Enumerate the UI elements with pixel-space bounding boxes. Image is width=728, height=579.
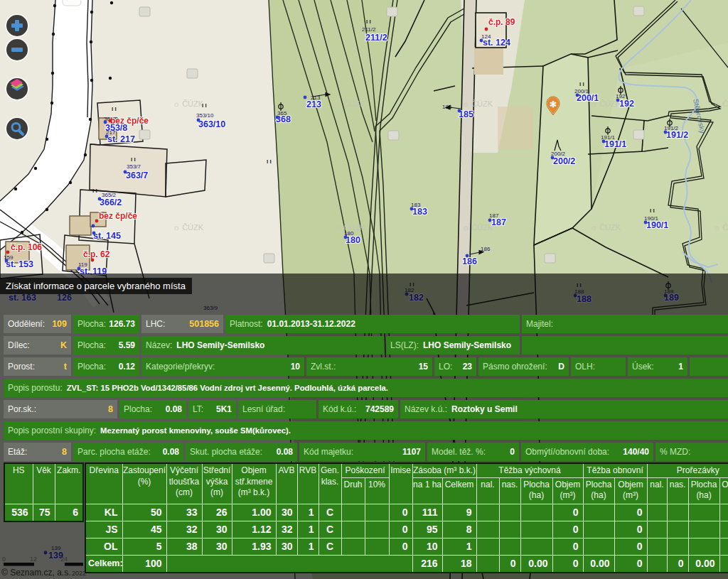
svg-text:187: 187 xyxy=(489,212,499,219)
svg-text:☼ ČÚZK: ☼ ČÚZK xyxy=(334,99,365,108)
svg-text:st. 153: st. 153 xyxy=(6,259,33,269)
svg-text:187: 187 xyxy=(491,217,506,227)
svg-text:☼ ČÚZK: ☼ ČÚZK xyxy=(590,223,621,232)
svg-text:l l: l l xyxy=(267,158,272,165)
svg-text:213: 213 xyxy=(306,99,321,109)
svg-text:217: 217 xyxy=(106,129,116,136)
svg-text:200/2: 200/2 xyxy=(553,156,575,166)
svg-text:353/7: 353/7 xyxy=(127,163,141,170)
svg-text:č.p. 89: č.p. 89 xyxy=(488,17,515,27)
svg-text:☼ ČÚZK: ☼ ČÚZK xyxy=(462,223,493,232)
svg-text:☼ ČÚ: ☼ ČÚ xyxy=(713,223,728,232)
svg-text:bez čp/če: bez čp/če xyxy=(99,211,137,221)
svg-text:st. 145: st. 145 xyxy=(93,231,121,241)
svg-text:186: 186 xyxy=(462,256,477,266)
svg-text:119: 119 xyxy=(78,261,87,268)
svg-text:353/10: 353/10 xyxy=(196,112,214,119)
svg-text:183: 183 xyxy=(411,202,421,208)
svg-text:l l: l l xyxy=(579,81,584,87)
svg-text:366/2: 366/2 xyxy=(100,197,122,207)
svg-text:365/2: 365/2 xyxy=(102,192,117,198)
svg-text:☼ ČÚZK: ☼ ČÚZK xyxy=(173,99,204,108)
svg-text:l l: l l xyxy=(112,106,117,112)
svg-text:191/2: 191/2 xyxy=(664,125,679,131)
svg-text:200/2: 200/2 xyxy=(551,151,566,157)
svg-text:☼ ČÚZK: ☼ ČÚZK xyxy=(173,223,204,232)
svg-text:č.p. 106: č.p. 106 xyxy=(11,242,42,252)
svg-text:200/1: 200/1 xyxy=(577,93,599,103)
svg-text:124: 124 xyxy=(481,33,491,40)
svg-text:190/1: 190/1 xyxy=(644,215,659,222)
svg-text:l l: l l xyxy=(131,156,136,163)
svg-text:l l: l l xyxy=(366,18,371,25)
svg-text:190/1: 190/1 xyxy=(646,220,668,230)
svg-text:☼ ČÚ: ☼ ČÚ xyxy=(713,99,728,108)
svg-text:211/2: 211/2 xyxy=(362,26,376,33)
svg-text:365: 365 xyxy=(277,110,287,117)
svg-text:č.p. 62: č.p. 62 xyxy=(83,249,110,259)
svg-text:192: 192 xyxy=(619,99,634,109)
svg-text:191/1: 191/1 xyxy=(604,139,626,149)
svg-text:bez čp/če: bez čp/če xyxy=(110,116,149,126)
svg-text:191/2: 191/2 xyxy=(666,130,688,140)
svg-text:st. 217: st. 217 xyxy=(107,134,135,144)
svg-text:180: 180 xyxy=(346,235,360,245)
svg-text:211/2: 211/2 xyxy=(365,33,387,43)
svg-text:l l: l l xyxy=(650,207,655,214)
svg-text:l l: l l xyxy=(202,102,207,109)
svg-text:l l: l l xyxy=(92,188,97,194)
svg-text:191/1: 191/1 xyxy=(601,134,616,141)
svg-text:☼ ČÚZK: ☼ ČÚZK xyxy=(462,99,493,108)
svg-text:363/10: 363/10 xyxy=(198,119,225,129)
svg-text:363/7: 363/7 xyxy=(126,171,148,180)
svg-text:200/1: 200/1 xyxy=(574,88,589,94)
svg-text:183: 183 xyxy=(412,207,427,217)
svg-text:✻: ✻ xyxy=(550,99,557,109)
